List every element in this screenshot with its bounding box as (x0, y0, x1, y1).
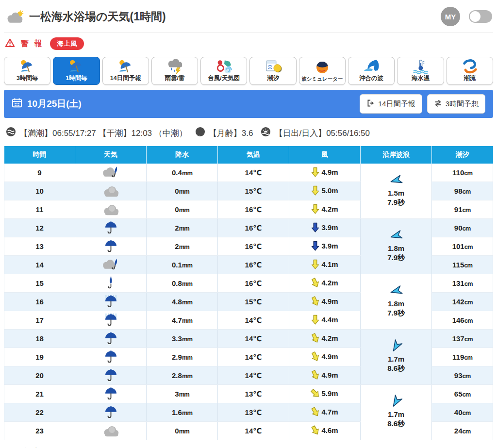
wind-speed: 4.9m (321, 168, 338, 176)
wind-cell: 4.4m (289, 311, 361, 330)
weather-cell (75, 256, 147, 274)
precip-cell: 2mm (147, 219, 218, 237)
wind-cell: 4.9m (289, 348, 361, 366)
my-button[interactable]: MY (441, 7, 460, 26)
time-cell: 21 (4, 385, 75, 403)
tide-cell: 115cm (432, 256, 493, 274)
precip-cell: 4.8mm (147, 293, 218, 311)
time-cell: 16 (4, 293, 75, 311)
page: 一松海水浴場の天気(1時間) MY 警報 海上風 3時間毎 1時間毎 14日間予… (0, 0, 497, 448)
umbrella-icon (104, 368, 118, 382)
export-icon (366, 99, 375, 109)
wind-speed: 4.4m (321, 315, 338, 324)
weather-cell (75, 385, 147, 403)
wind-direction-arrow (311, 204, 319, 214)
weather-cell (75, 403, 147, 422)
tide-info-line: 【満潮】06:55/17:27 【干潮】12:03 （中潮） 【月齢】3.6 【… (6, 127, 491, 139)
weather-cell (75, 422, 147, 440)
time-cell: 10 (4, 182, 75, 200)
tab-7[interactable]: 波シミュレーター (299, 57, 346, 85)
weather-cell (75, 293, 147, 311)
wind-cell: 4.1m (289, 256, 361, 274)
wave-height: 1.5m (361, 188, 431, 198)
temp-cell: 16℃ (218, 256, 289, 274)
wind-direction-arrow (310, 368, 321, 381)
precip-cell: 3.3mm (147, 330, 218, 348)
column-header: 気温 (218, 146, 289, 164)
precip-cell: 2.8mm (147, 366, 218, 385)
tab-label: 3時間毎 (17, 75, 38, 85)
wind-direction-arrow (311, 185, 319, 196)
date-label-wrap: 10月25日(土) (12, 98, 355, 111)
datebar-button-1[interactable]: 14日間予報 (360, 94, 422, 114)
tide-cell: 24cm (432, 422, 493, 440)
tab-1[interactable]: 3時間毎 (4, 57, 50, 85)
wind-direction-arrow (311, 259, 319, 269)
sea-temp-icon (413, 58, 429, 75)
date-label: 10月25日(土) (27, 98, 82, 110)
coastal-wave-cell: 1.7m 8.6秒 (361, 330, 432, 385)
wind-cell: 3.9m (289, 219, 361, 237)
tide-calendar-icon (264, 58, 282, 75)
forecast-icon (18, 58, 36, 75)
wind-speed: 4.1m (321, 260, 338, 268)
time-cell: 17 (4, 311, 75, 330)
tab-label: 雨雲/雷 (165, 75, 185, 85)
coastal-wave-cell: 1.8m 7.9秒 (361, 219, 432, 274)
wind-speed: 3.9m (321, 223, 338, 232)
wave-height: 1.8m (361, 244, 431, 253)
precip-cell: 0.4mm (147, 164, 218, 182)
wave-height: 1.7m (361, 354, 431, 364)
wind-cell: 4.9m (289, 293, 361, 311)
wind-speed: 4.9m (321, 352, 338, 361)
weather-cell (75, 366, 147, 385)
table-row-hour-15: 15 0.8mm16℃4.2m 1.8m 7.9秒131cm (4, 274, 493, 293)
wind-cell: 4.6m (289, 422, 361, 440)
umbrella-rain-icon (104, 295, 118, 309)
wind-cell: 4.9m (289, 164, 361, 182)
tab-2[interactable]: 1時間毎 (53, 57, 99, 85)
umbrella-icon (104, 239, 118, 253)
column-header: 沿岸波浪 (361, 146, 432, 164)
wind-direction-arrow (309, 405, 321, 418)
wind-cell: 4.7m (289, 403, 361, 422)
toggle-knob (470, 11, 480, 22)
swap-icon (434, 100, 442, 109)
wave-period: 7.9秒 (361, 253, 431, 263)
cloud-umbrella-icon (101, 258, 120, 272)
tab-9[interactable]: 海水温 (397, 57, 444, 85)
wind-speed: 4.9m (321, 297, 338, 305)
wind-speed: 3.9m (321, 242, 338, 250)
calendar-icon (12, 98, 22, 111)
tab-6[interactable]: 潮汐 (249, 57, 296, 85)
tab-8[interactable]: 沖合の波 (348, 57, 395, 85)
my-toggle[interactable] (469, 10, 492, 23)
tab-10[interactable]: 潮流 (447, 57, 493, 85)
warning-badge-sea-wind[interactable]: 海上風 (50, 37, 84, 50)
precip-cell: 0.8mm (147, 274, 218, 293)
datebar-button-2[interactable]: 3時間予想 (427, 94, 485, 114)
tab-label: 1時間毎 (66, 75, 87, 85)
date-bar-buttons: 14日間予報 3時間予想 (355, 94, 485, 114)
wind-speed: 4.2m (321, 205, 338, 213)
tab-4[interactable]: 雨雲/雷 (151, 57, 198, 85)
wave-sim-icon (315, 59, 330, 76)
tide-info-text: 【日出/日入】05:56/16:50 (274, 128, 370, 139)
tab-5[interactable]: 台風/天気図 (200, 57, 247, 85)
cloud-icon (102, 424, 119, 437)
tab-3[interactable]: 14日間予報 (102, 57, 149, 85)
weather-cell (75, 237, 147, 256)
tide-cell: 93cm (432, 366, 493, 385)
tide-cell: 101cm (432, 237, 493, 256)
tide-cell: 142cm (432, 293, 493, 311)
page-header: 一松海水浴場の天気(1時間) MY (4, 3, 493, 32)
wind-speed: 4.6m (321, 426, 338, 434)
wind-direction-arrow (310, 295, 321, 307)
wind-direction-arrow (311, 222, 319, 232)
tide-info-text: 【満潮】06:55/17:27 【干潮】12:03 （中潮） (19, 128, 187, 139)
temp-cell: 15℃ (218, 293, 289, 311)
tab-label: 14日間予報 (110, 75, 141, 85)
cloud-icon (102, 203, 119, 216)
precip-cell: 3mm (147, 385, 218, 403)
temp-cell: 16℃ (218, 200, 289, 219)
